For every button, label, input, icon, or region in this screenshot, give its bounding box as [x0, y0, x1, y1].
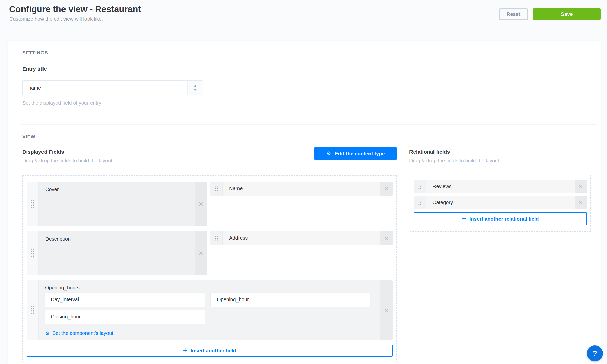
insert-another-field-button[interactable]: + Insert another field [27, 345, 393, 357]
set-component-layout-link[interactable]: ⚙ Set the component's layout [45, 330, 113, 336]
remove-field-button[interactable]: × [380, 182, 393, 196]
remove-field-button[interactable]: × [380, 231, 393, 245]
close-icon: × [199, 200, 203, 208]
relational-field-category[interactable]: Category × [414, 196, 587, 209]
drag-handle-icon [215, 235, 218, 241]
relational-fields-title: Relational fields [409, 149, 450, 155]
relational-field-reviews[interactable]: Reviews × [414, 180, 587, 193]
drag-handle[interactable] [210, 182, 223, 196]
displayed-fields-subtitle: Drag & drop the fields to build the layo… [22, 158, 112, 164]
field-cover[interactable]: Cover × [27, 182, 207, 226]
drag-handle-icon [418, 200, 421, 205]
caret-down-icon [193, 89, 197, 91]
remove-field-button[interactable]: × [575, 180, 587, 193]
insert-another-field-label: Insert another field [191, 348, 236, 354]
close-icon: × [384, 234, 389, 242]
settings-section-label: SETTINGS [22, 50, 48, 56]
field-description[interactable]: Description × [27, 231, 207, 275]
remove-component-button[interactable]: × [380, 280, 393, 340]
component-opening-hours[interactable]: Opening_hours Day_interval Opening_hour … [27, 280, 393, 340]
close-icon: × [384, 185, 389, 193]
field-label: Reviews [426, 180, 575, 193]
entry-title-select[interactable]: name [22, 80, 203, 95]
relational-fields-subtitle: Drag & drop the fields to build the layo… [409, 158, 499, 164]
close-icon: × [578, 183, 583, 191]
drag-handle-icon [31, 306, 34, 314]
drag-handle-icon [31, 249, 34, 258]
component-field-opening-hour[interactable]: Opening_hour [211, 293, 370, 307]
field-label: Address [223, 231, 380, 245]
help-button[interactable]: ? [587, 345, 603, 361]
page-title: Configure the view - Restaurant [9, 4, 141, 14]
save-button[interactable]: Save [533, 8, 601, 20]
close-icon: × [578, 199, 583, 207]
section-divider [21, 124, 597, 125]
insert-another-relational-field-label: Insert another relational field [469, 216, 539, 222]
drag-handle-icon [31, 200, 34, 208]
entry-title-label: Entry title [22, 66, 47, 72]
displayed-fields-title: Displayed Fields [22, 149, 64, 155]
close-icon: × [384, 306, 389, 314]
drag-handle[interactable] [27, 182, 39, 226]
field-name[interactable]: Name × [210, 182, 393, 196]
field-address[interactable]: Address × [210, 231, 393, 245]
configure-view-page: Configure the view - Restaurant Customiz… [0, 0, 607, 364]
field-label: Cover [39, 182, 195, 226]
close-icon: × [199, 249, 203, 257]
remove-field-button[interactable]: × [575, 196, 587, 209]
component-name: Opening_hours [45, 285, 80, 291]
entry-title-select-value: name [23, 85, 187, 91]
drag-handle[interactable] [27, 231, 39, 275]
remove-field-button[interactable]: × [195, 182, 207, 226]
drag-handle[interactable] [414, 180, 426, 193]
edit-content-type-label: Edit the content type [335, 151, 385, 157]
remove-field-button[interactable]: × [195, 231, 207, 275]
drag-handle[interactable] [414, 196, 426, 209]
select-carets [187, 81, 203, 95]
gear-icon: ⚙ [45, 331, 50, 336]
reset-button[interactable]: Reset [499, 8, 528, 20]
drag-handle-icon [215, 186, 218, 191]
caret-up-icon [193, 85, 197, 87]
drag-handle-icon [418, 184, 421, 189]
plus-icon: + [462, 215, 466, 222]
field-label: Description [39, 231, 195, 275]
view-section-label: VIEW [22, 134, 35, 140]
component-field-day-interval[interactable]: Day_interval [45, 293, 205, 307]
page-subtitle: Customize how the edit view will look li… [9, 16, 103, 22]
drag-handle[interactable] [210, 231, 223, 245]
field-label: Category [426, 196, 575, 209]
set-component-layout-label: Set the component's layout [52, 330, 113, 336]
drag-handle[interactable] [27, 280, 39, 340]
field-label: Name [223, 182, 380, 196]
plus-icon: + [183, 347, 187, 354]
edit-content-type-button[interactable]: ⚙ Edit the content type [314, 147, 397, 160]
gear-icon: ⚙ [326, 151, 331, 156]
component-body: Opening_hours Day_interval Opening_hour … [39, 280, 380, 340]
component-field-closing-hour[interactable]: Closing_hour [45, 310, 205, 324]
insert-another-relational-field-button[interactable]: + Insert another relational field [414, 212, 587, 225]
entry-title-help-text: Set the displayed field of your entry [22, 100, 101, 106]
